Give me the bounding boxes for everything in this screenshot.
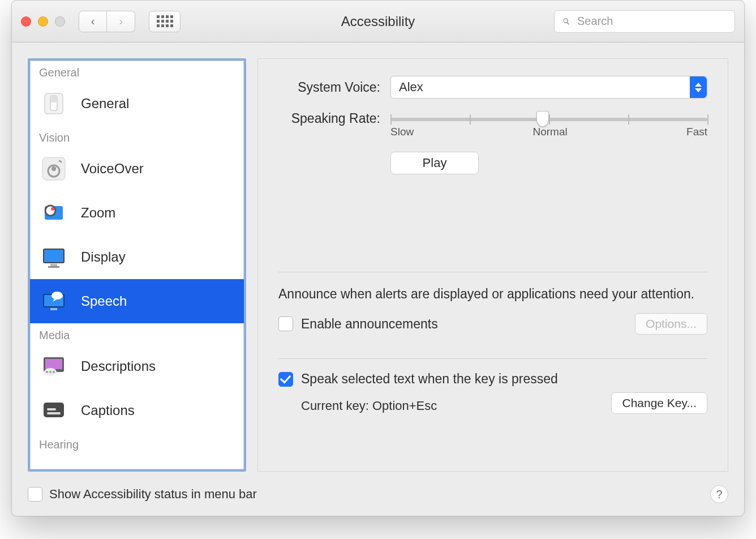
svg-point-5 [51, 166, 56, 171]
slider-thumb[interactable] [536, 111, 549, 127]
descriptions-icon [38, 350, 70, 382]
show-status-label: Show Accessibility status in menu bar [49, 487, 257, 502]
svg-point-9 [51, 207, 54, 211]
switch-icon [38, 88, 70, 119]
display-icon [38, 241, 70, 273]
divider [278, 272, 707, 272]
speak-selected-checkbox[interactable] [278, 372, 293, 387]
play-button[interactable]: Play [390, 152, 479, 174]
sidebar-item-speech[interactable]: Speech [30, 279, 244, 323]
sidebar-item-zoom[interactable]: Zoom [30, 191, 244, 235]
zoom-icon [38, 197, 70, 229]
sidebar-item-label: VoiceOver [81, 161, 144, 177]
sidebar-item-label: General [81, 96, 129, 112]
enable-announcements-checkbox[interactable] [278, 316, 293, 331]
sidebar-section-vision: Vision [30, 126, 244, 147]
svg-rect-26 [47, 412, 61, 414]
sidebar-item-label: Display [81, 249, 126, 265]
chevron-left-icon: ‹ [91, 15, 95, 28]
chevron-right-icon: › [119, 15, 123, 28]
current-key-text: Current key: Option+Esc [301, 399, 437, 413]
sidebar-section-hearing: Hearing [30, 433, 244, 454]
accessibility-window: ‹ › Accessibility General [11, 0, 745, 516]
sidebar-item-descriptions[interactable]: Descriptions [30, 344, 244, 388]
maximize-button [55, 16, 65, 27]
sidebar[interactable]: General General Vision VoiceOver Zoom [28, 58, 246, 472]
svg-point-21 [46, 371, 48, 373]
svg-rect-10 [44, 249, 64, 263]
search-input[interactable] [577, 15, 728, 28]
svg-rect-12 [50, 264, 57, 266]
slider-tick-labels: Slow Normal Fast [390, 126, 707, 138]
sidebar-item-label: Zoom [81, 205, 115, 221]
titlebar: ‹ › Accessibility [12, 1, 744, 42]
help-button[interactable]: ? [710, 485, 728, 503]
grid-icon [157, 15, 173, 27]
minimize-button[interactable] [38, 16, 48, 27]
slider-normal-label: Normal [533, 126, 568, 138]
sidebar-item-label: Descriptions [81, 358, 156, 374]
sidebar-item-label: Captions [81, 403, 135, 418]
search-field[interactable] [554, 10, 735, 33]
content-panel: System Voice: Alex Speaking Rate: [257, 58, 728, 472]
system-voice-label: System Voice: [278, 80, 380, 95]
show-all-button[interactable] [149, 11, 181, 32]
enable-announcements-label: Enable announcements [301, 316, 438, 332]
show-status-checkbox[interactable] [28, 487, 42, 502]
svg-rect-25 [47, 408, 56, 410]
announce-description: Announce when alerts are displayed or ap… [278, 285, 707, 303]
svg-rect-2 [50, 96, 57, 102]
system-voice-select[interactable]: Alex [390, 76, 707, 99]
search-icon [561, 16, 572, 27]
back-button[interactable]: ‹ [79, 11, 107, 32]
sidebar-item-general[interactable]: General [30, 82, 244, 126]
sidebar-section-media: Media [30, 323, 244, 344]
slider-fast-label: Fast [686, 126, 707, 138]
sidebar-item-label: Speech [81, 293, 127, 309]
speak-selected-label: Speak selected text when the key is pres… [301, 371, 558, 387]
sidebar-item-voiceover[interactable]: VoiceOver [30, 147, 244, 191]
speaking-rate-slider[interactable]: Slow Normal Fast [390, 109, 707, 138]
sidebar-section-general: General [30, 61, 244, 82]
sidebar-item-display[interactable]: Display [30, 235, 244, 279]
traffic-lights [21, 16, 65, 27]
divider [278, 358, 707, 359]
options-button: Options... [635, 313, 707, 335]
svg-point-22 [49, 371, 51, 373]
nav-buttons: ‹ › [79, 11, 135, 32]
svg-rect-19 [45, 359, 62, 369]
captions-icon [38, 395, 70, 426]
select-stepper-icon [690, 76, 707, 98]
body: General General Vision VoiceOver Zoom [12, 42, 744, 477]
svg-rect-13 [48, 266, 59, 268]
footer: Show Accessibility status in menu bar ? [12, 477, 744, 516]
close-button[interactable] [21, 16, 31, 27]
speech-icon [38, 285, 70, 317]
change-key-button[interactable]: Change Key... [611, 392, 707, 414]
svg-point-23 [53, 371, 55, 373]
svg-point-17 [51, 292, 63, 300]
voiceover-icon [38, 153, 70, 185]
svg-rect-16 [50, 308, 57, 310]
speaking-rate-label: Speaking Rate: [278, 109, 380, 126]
sidebar-item-captions[interactable]: Captions [30, 388, 244, 433]
system-voice-value: Alex [399, 80, 423, 95]
forward-button: › [107, 11, 135, 32]
slider-slow-label: Slow [390, 126, 414, 138]
